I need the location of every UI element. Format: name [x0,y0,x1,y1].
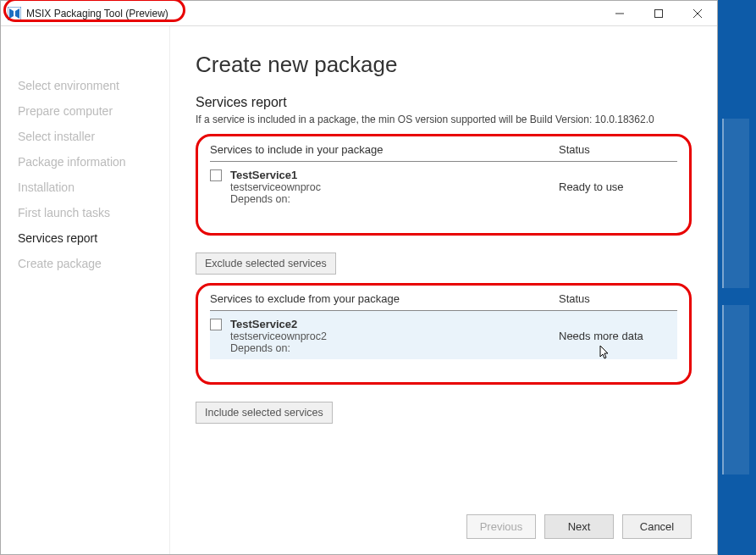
service-status-text: Needs more data [559,330,643,342]
include-table-header: Services to include in your package Stat… [210,143,677,162]
svg-rect-2 [655,9,663,17]
next-button[interactable]: Next [544,514,614,539]
sidebar: Select environment Prepare computer Sele… [1,26,170,554]
sidebar-item-prepare-computer[interactable]: Prepare computer [18,98,169,124]
service-proc: testserviceownproc [230,181,559,193]
services-exclude-panel: Services to exclude from your package St… [196,283,692,385]
include-header-status: Status [559,143,677,156]
service-status: Needs more data [559,318,677,354]
sidebar-item-installation[interactable]: Installation [18,175,169,200]
section-note: If a service is included in a package, t… [196,114,692,125]
cancel-button[interactable]: Cancel [622,514,692,539]
sidebar-item-create-package[interactable]: Create package [18,251,169,276]
main-content: Create new package Services report If a … [170,26,717,554]
footer-buttons: Previous Next Cancel [196,499,692,554]
include-service-info: TestService1 testserviceownproc Depends … [230,169,559,205]
include-service-row[interactable]: TestService1 testserviceownproc Depends … [210,162,677,210]
app-icon [8,7,21,20]
app-window: MSIX Packaging Tool (Preview) Select env… [0,0,718,555]
exclude-header-left: Services to exclude from your package [210,292,559,305]
close-button[interactable] [678,1,717,25]
include-header-left: Services to include in your package [210,143,559,156]
service-name: TestService1 [230,169,559,181]
exclude-header-status: Status [559,292,677,305]
mouse-cursor-icon [599,345,611,364]
service-checkbox[interactable] [210,169,222,181]
services-include-panel: Services to include in your package Stat… [196,134,692,236]
service-depends: Depends on: [230,193,559,205]
service-name: TestService2 [230,318,559,330]
include-selected-button[interactable]: Include selected services [196,402,333,424]
exclude-service-info: TestService2 testserviceownproc2 Depends… [230,318,559,354]
titlebar[interactable]: MSIX Packaging Tool (Preview) [1,1,717,26]
minimize-button[interactable] [600,1,639,25]
sidebar-item-first-launch-tasks[interactable]: First launch tasks [18,200,169,225]
maximize-button[interactable] [639,1,678,25]
exclude-table-header: Services to exclude from your package St… [210,292,677,311]
window-title: MSIX Packaging Tool (Preview) [26,8,168,19]
sidebar-item-services-report[interactable]: Services report [18,225,169,251]
window-controls [600,1,717,25]
service-depends: Depends on: [230,342,559,354]
page-title: Create new package [196,52,692,78]
section-heading: Services report [196,95,692,110]
sidebar-item-package-information[interactable]: Package information [18,149,169,175]
sidebar-item-select-installer[interactable]: Select installer [18,124,169,149]
exclude-selected-button[interactable]: Exclude selected services [196,253,336,275]
service-status: Ready to use [559,169,677,205]
exclude-service-row[interactable]: TestService2 testserviceownproc2 Depends… [210,311,677,359]
service-checkbox[interactable] [210,319,222,330]
sidebar-item-select-environment[interactable]: Select environment [18,73,169,98]
previous-button[interactable]: Previous [466,514,536,539]
desktop-background [718,0,756,555]
service-proc: testserviceownproc2 [230,330,559,342]
